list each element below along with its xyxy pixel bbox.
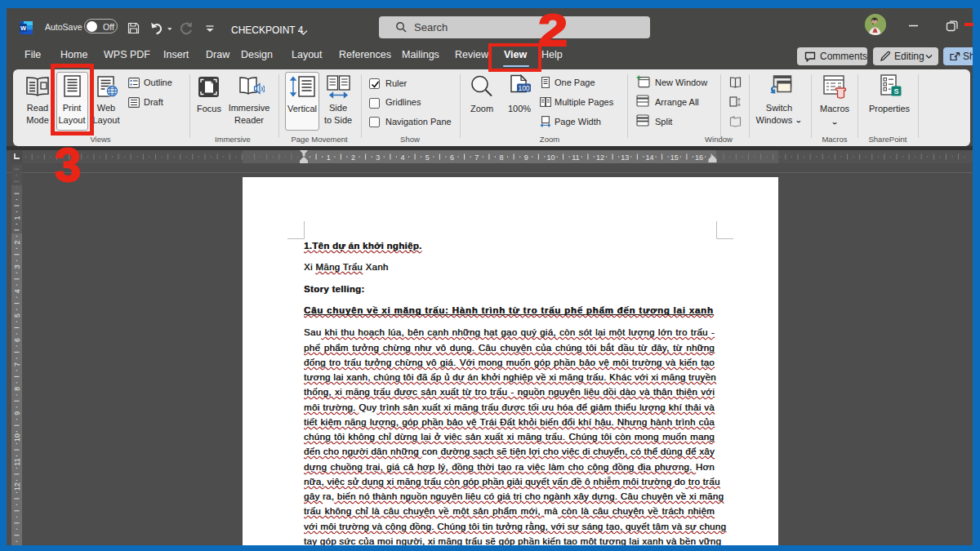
svg-text:2: 2	[13, 240, 21, 244]
svg-text:10: 10	[546, 153, 555, 162]
svg-text:2: 2	[351, 153, 355, 162]
svg-text:5: 5	[13, 313, 21, 318]
svg-text:11: 11	[572, 153, 579, 162]
svg-text:S: S	[893, 87, 898, 96]
svg-text:11: 11	[13, 458, 21, 465]
svg-text:5: 5	[425, 153, 430, 162]
svg-text:6: 6	[13, 338, 21, 342]
svg-text:14: 14	[645, 153, 653, 162]
svg-text:6: 6	[450, 153, 454, 162]
svg-text:9: 9	[13, 411, 21, 415]
svg-text:3: 3	[376, 153, 380, 162]
svg-text:3: 3	[13, 264, 21, 269]
svg-text:W: W	[20, 24, 27, 32]
svg-text:10: 10	[13, 433, 21, 442]
svg-text:12: 12	[13, 482, 21, 491]
svg-text:4: 4	[400, 153, 404, 162]
svg-text:8: 8	[499, 153, 503, 162]
svg-text:13: 13	[621, 153, 629, 162]
svg-text:16: 16	[695, 153, 703, 162]
svg-text:15: 15	[670, 153, 679, 162]
svg-text:1: 1	[13, 216, 21, 220]
svg-text:100: 100	[518, 84, 529, 92]
svg-text:8: 8	[13, 387, 21, 391]
svg-text:12: 12	[596, 153, 604, 162]
svg-text:4: 4	[13, 289, 21, 293]
svg-text:9: 9	[524, 153, 528, 162]
svg-text:7: 7	[474, 153, 479, 162]
svg-text:7: 7	[13, 362, 21, 367]
svg-text:1: 1	[327, 153, 331, 162]
